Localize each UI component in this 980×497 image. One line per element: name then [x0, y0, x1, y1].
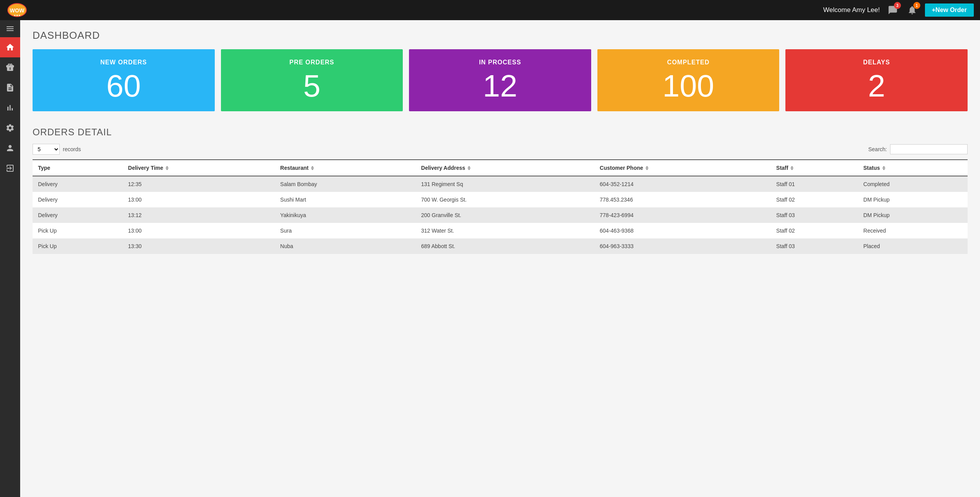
col-header-delivery-address[interactable]: Delivery Address: [416, 160, 594, 176]
table-cell-staff: Staff 01: [771, 176, 858, 192]
alerts-icon-wrap[interactable]: 1: [906, 3, 919, 17]
sort-icon: [166, 166, 169, 170]
table-cell-delivery-time: 13:12: [122, 207, 275, 223]
table-cell-restaurant: Nuba: [275, 238, 416, 254]
sidebar-item-settings[interactable]: [0, 118, 20, 138]
col-header-type[interactable]: Type: [33, 160, 122, 176]
table-cell-customer-phone: 604-963-3333: [594, 238, 771, 254]
table-cell-delivery-address: 700 W. Georgis St.: [416, 192, 594, 207]
table-cell-customer-phone: 604-352-1214: [594, 176, 771, 192]
table-row: Delivery12:35Salam Bombay131 Regiment Sq…: [33, 176, 968, 192]
sort-icon: [645, 166, 649, 170]
logo-svg: WOW ★★★: [7, 3, 27, 17]
table-controls: 5 10 25 records Search:: [33, 144, 968, 155]
table-cell-delivery-address: 689 Abbott St.: [416, 238, 594, 254]
table-cell-staff: Staff 02: [771, 192, 858, 207]
table-cell-restaurant: Sushi Mart: [275, 192, 416, 207]
messages-icon-wrap[interactable]: 3: [886, 3, 899, 17]
table-cell-status: Completed: [858, 176, 968, 192]
table-cell-restaurant: Sura: [275, 223, 416, 238]
user-icon: [5, 143, 15, 153]
table-controls-left: 5 10 25 records: [33, 144, 81, 155]
table-cell-type: Pick Up: [33, 223, 122, 238]
sidebar-item-users[interactable]: [0, 138, 20, 158]
stat-card-label: PRE ORDERS: [289, 59, 334, 66]
col-header-restaurant[interactable]: Restaurant: [275, 160, 416, 176]
stat-card-label: COMPLETED: [667, 59, 709, 66]
welcome-text: Welcome Amy Lee!: [823, 6, 880, 14]
menu-icon: [5, 24, 15, 33]
gift-icon: [5, 63, 15, 72]
stat-card-in-process[interactable]: IN PROCESS12: [409, 49, 591, 111]
sort-icon: [790, 166, 794, 170]
document-icon: [5, 83, 15, 92]
table-cell-delivery-address: 131 Regiment Sq: [416, 176, 594, 192]
col-header-staff[interactable]: Staff: [771, 160, 858, 176]
sidebar-item-export[interactable]: [0, 158, 20, 178]
orders-table: TypeDelivery TimeRestaurantDelivery Addr…: [33, 159, 968, 254]
col-header-customer-phone[interactable]: Customer Phone: [594, 160, 771, 176]
sidebar-item-hamburger[interactable]: [0, 20, 20, 37]
records-select[interactable]: 5 10 25: [33, 144, 60, 155]
stat-cards: NEW ORDERS60PRE ORDERS5IN PROCESS12COMPL…: [33, 49, 968, 111]
sidebar-item-gift[interactable]: [0, 57, 20, 78]
table-cell-delivery-time: 13:00: [122, 223, 275, 238]
table-cell-staff: Staff 03: [771, 238, 858, 254]
col-header-status[interactable]: Status: [858, 160, 968, 176]
topnav-right: Welcome Amy Lee! 3 1 +New Order: [823, 3, 974, 17]
stat-card-completed[interactable]: COMPLETED100: [597, 49, 780, 111]
table-cell-customer-phone: 604-463-9368: [594, 223, 771, 238]
home-icon: [5, 43, 15, 52]
sidebar: [0, 20, 20, 497]
table-cell-delivery-address: 200 Granville St.: [416, 207, 594, 223]
table-row: Pick Up13:00Sura312 Water St.604-463-936…: [33, 223, 968, 238]
gear-icon: [5, 123, 15, 133]
stat-card-new-orders[interactable]: NEW ORDERS60: [33, 49, 215, 111]
stat-card-value: 100: [663, 71, 714, 102]
stat-card-pre-orders[interactable]: PRE ORDERS5: [221, 49, 403, 111]
search-input[interactable]: [890, 144, 968, 154]
sort-icon: [311, 166, 314, 170]
table-cell-delivery-time: 13:00: [122, 192, 275, 207]
table-cell-restaurant: Salam Bombay: [275, 176, 416, 192]
svg-text:★★★: ★★★: [14, 14, 21, 17]
table-cell-restaurant: Yakinikuya: [275, 207, 416, 223]
table-cell-delivery-time: 12:35: [122, 176, 275, 192]
sidebar-item-reports[interactable]: [0, 78, 20, 98]
table-row: Delivery13:00Sushi Mart700 W. Georgis St…: [33, 192, 968, 207]
alerts-badge: 1: [913, 2, 920, 9]
search-wrap: Search:: [868, 144, 968, 154]
top-navigation: WOW ★★★ Welcome Amy Lee! 3 1 +New Order: [0, 0, 980, 20]
stat-card-label: DELAYS: [863, 59, 890, 66]
svg-text:WOW: WOW: [10, 7, 24, 14]
stat-card-value: 2: [868, 71, 885, 102]
search-label: Search:: [868, 146, 887, 152]
dashboard-title: DASHBOARD: [33, 29, 968, 41]
table-cell-staff: Staff 03: [771, 207, 858, 223]
table-cell-status: Placed: [858, 238, 968, 254]
main-content: DASHBOARD NEW ORDERS60PRE ORDERS5IN PROC…: [20, 20, 980, 497]
table-cell-type: Delivery: [33, 207, 122, 223]
table-header-row: TypeDelivery TimeRestaurantDelivery Addr…: [33, 160, 968, 176]
stat-card-label: NEW ORDERS: [100, 59, 147, 66]
stat-card-delays[interactable]: DELAYS2: [785, 49, 968, 111]
app-logo: WOW ★★★: [6, 2, 28, 18]
sidebar-item-charts[interactable]: [0, 98, 20, 118]
col-header-delivery-time[interactable]: Delivery Time: [122, 160, 275, 176]
sidebar-item-home[interactable]: [0, 37, 20, 57]
table-cell-delivery-time: 13:30: [122, 238, 275, 254]
new-order-button[interactable]: +New Order: [925, 3, 974, 17]
table-body: Delivery12:35Salam Bombay131 Regiment Sq…: [33, 176, 968, 254]
export-icon: [5, 164, 15, 173]
stat-card-value: 5: [303, 71, 321, 102]
table-cell-staff: Staff 02: [771, 223, 858, 238]
table-cell-status: Received: [858, 223, 968, 238]
main-layout: DASHBOARD NEW ORDERS60PRE ORDERS5IN PROC…: [0, 20, 980, 497]
stat-card-value: 12: [483, 71, 517, 102]
table-cell-type: Delivery: [33, 192, 122, 207]
table-cell-status: DM Pickup: [858, 192, 968, 207]
table-cell-customer-phone: 778.453.2346: [594, 192, 771, 207]
orders-detail-title: ORDERS DETAIL: [33, 127, 968, 138]
chart-icon: [5, 103, 15, 112]
sort-icon: [882, 166, 885, 170]
